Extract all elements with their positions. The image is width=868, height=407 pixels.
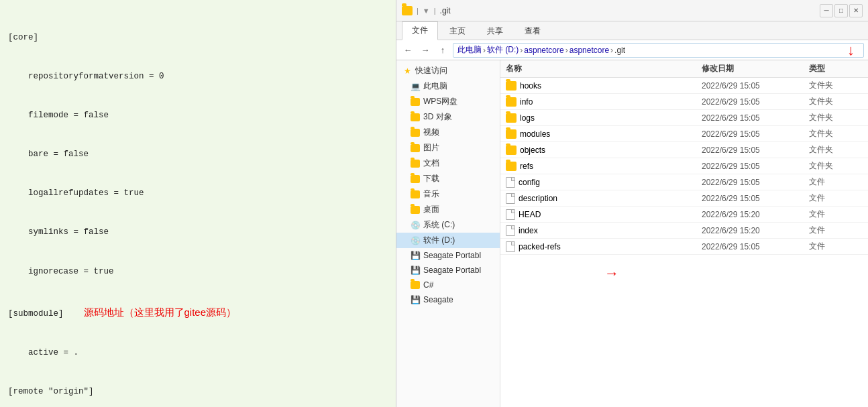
nav-item-downloads[interactable]: 下载 (396, 171, 500, 186)
table-row[interactable]: logs2022/6/29 15:05文件夹 (500, 110, 868, 126)
file-name: index (519, 226, 538, 235)
nav-label: 视频 (423, 127, 439, 138)
table-row[interactable]: refs2022/6/29 15:05文件夹 (500, 158, 868, 174)
table-row[interactable]: objects2022/6/29 15:05文件夹 (500, 142, 868, 158)
file-name-cell: config (506, 177, 702, 188)
file-date: 2022/6/29 15:05 (702, 178, 809, 187)
folder-icon (410, 205, 421, 215)
file-name-cell: description (506, 193, 702, 204)
topbar-separator: | (417, 7, 419, 15)
tab-share[interactable]: 共享 (477, 22, 513, 40)
file-icon (506, 225, 515, 236)
file-name: refs (520, 162, 533, 171)
path-aspnetcore2[interactable]: aspnetcore (569, 46, 609, 55)
topbar-controls: ─ □ ✕ (820, 4, 863, 17)
folder-icon (506, 162, 517, 171)
tab-view[interactable]: 查看 (514, 22, 551, 40)
file-date: 2022/6/29 15:05 (702, 113, 809, 123)
annotation-text: 源码地址（这里我用了gitee源码） (84, 306, 237, 318)
left-panel: [core] repositoryformatversion = 0 filem… (0, 0, 396, 407)
file-date: 2022/6/29 15:05 (702, 129, 809, 139)
nav-item-thispc[interactable]: 💻 此电脑 (396, 78, 500, 94)
maximize-button[interactable]: □ (834, 4, 848, 17)
ribbon-tabs: 文件 主页 共享 查看 (396, 21, 868, 40)
tab-home[interactable]: 主页 (439, 22, 476, 40)
topbar-separator2: ▼ (423, 7, 430, 15)
col-name[interactable]: 名称 (506, 63, 702, 74)
nav-label: 下载 (423, 173, 439, 184)
nav-item-wpsdisk[interactable]: WPS网盘 (396, 94, 500, 109)
path-dotgit[interactable]: .git (614, 46, 625, 55)
table-row[interactable]: config2022/6/29 15:05文件 (500, 174, 868, 190)
nav-item-docs[interactable]: 文档 (396, 156, 500, 171)
folder-icon (410, 158, 421, 169)
tab-file[interactable]: 文件 (402, 21, 438, 40)
nav-item-pictures[interactable]: 图片 (396, 140, 500, 156)
path-sep3: › (565, 46, 568, 55)
window-title: .git (440, 6, 451, 15)
nav-pane: ★ 快速访问 💻 此电脑 WPS网盘 3D 对象 视频 图片 (396, 60, 500, 407)
nav-item-seagate2[interactable]: 💾 Seagate Portabl (396, 263, 500, 278)
drive-icon: 💾 (410, 294, 421, 305)
file-type: 文件夹 (809, 80, 863, 91)
path-sep4: › (610, 46, 613, 55)
path-aspnetcore1[interactable]: aspnetcore (524, 46, 563, 55)
file-icon (506, 193, 515, 204)
nav-label: 桌面 (423, 204, 439, 215)
table-row[interactable]: HEAD2022/6/29 15:20文件 (500, 207, 868, 223)
file-date: 2022/6/29 15:05 (702, 242, 809, 251)
nav-quickaccess-label: 快速访问 (415, 65, 447, 76)
nav-item-sysc[interactable]: 💿 系统 (C:) (396, 217, 500, 233)
path-thispc[interactable]: 此电脑 (457, 44, 482, 56)
close-button[interactable]: ✕ (849, 4, 863, 17)
address-path[interactable]: 此电脑 › 软件 (D:) › aspnetcore › aspnetcore … (453, 43, 864, 58)
folder-icon (402, 6, 413, 15)
file-date: 2022/6/29 15:05 (702, 81, 809, 91)
file-type: 文件 (809, 192, 863, 204)
file-icon (506, 209, 515, 220)
nav-item-3d[interactable]: 3D 对象 (396, 109, 500, 125)
nav-item-seagate1[interactable]: 💾 Seagate Portabl (396, 248, 500, 263)
nav-item-csharp[interactable]: C# (396, 278, 500, 292)
table-row[interactable]: hooks2022/6/29 15:05文件夹 (500, 78, 868, 94)
table-row[interactable]: index2022/6/29 15:20文件 (500, 223, 868, 239)
nav-item-seagate3[interactable]: 💾 Seagate (396, 292, 500, 307)
table-row[interactable]: description2022/6/29 15:05文件 (500, 190, 868, 207)
nav-section-quickaccess[interactable]: ★ 快速访问 (396, 63, 500, 78)
file-icon (506, 241, 515, 252)
folder-icon (410, 280, 421, 290)
file-name: info (520, 97, 533, 107)
nav-label: 文档 (423, 158, 439, 169)
minimize-button[interactable]: ─ (820, 4, 833, 17)
back-button[interactable]: ← (400, 43, 415, 58)
folder-icon (410, 112, 421, 123)
address-bar: ← → ↑ 此电脑 › 软件 (D:) › aspnetcore › aspne… (396, 40, 868, 60)
nav-label: Seagate Portabl (423, 251, 481, 260)
file-date: 2022/6/29 15:20 (702, 210, 809, 219)
pc-icon: 💻 (410, 81, 421, 92)
file-type: 文件夹 (809, 144, 863, 156)
file-type: 文件 (809, 209, 863, 220)
table-row[interactable]: info2022/6/29 15:05文件夹 (500, 94, 868, 110)
explorer-panel: | ▼ | .git ─ □ ✕ 文件 主页 共享 查看 ← → ↑ 此电脑 ›… (396, 0, 868, 407)
table-row[interactable]: modules2022/6/29 15:05文件夹 (500, 126, 868, 142)
nav-item-music[interactable]: 音乐 (396, 186, 500, 202)
code-line: repositoryformatversion = 0 (8, 70, 388, 83)
nav-item-softd[interactable]: 💿 软件 (D:) (396, 233, 500, 248)
file-pane: 名称 修改日期 类型 hooks2022/6/29 15:05文件夹info20… (500, 60, 868, 407)
file-name: HEAD (519, 210, 541, 219)
col-date[interactable]: 修改日期 (702, 63, 809, 74)
file-date: 2022/6/29 15:05 (702, 97, 809, 107)
forward-button[interactable]: → (418, 43, 433, 58)
nav-label: WPS网盘 (423, 96, 457, 107)
explorer-topbar: | ▼ | .git ─ □ ✕ (396, 0, 868, 21)
folder-icon (410, 143, 421, 154)
nav-item-desktop[interactable]: 桌面 (396, 202, 500, 217)
col-type[interactable]: 类型 (809, 63, 863, 74)
up-button[interactable]: ↑ (435, 43, 450, 58)
path-software[interactable]: 软件 (D:) (487, 44, 519, 56)
table-row[interactable]: packed-refs2022/6/29 15:05文件 (500, 239, 868, 255)
nav-item-video[interactable]: 视频 (396, 125, 500, 140)
nav-label: 软件 (D:) (423, 235, 455, 246)
nav-label: 音乐 (423, 188, 439, 200)
